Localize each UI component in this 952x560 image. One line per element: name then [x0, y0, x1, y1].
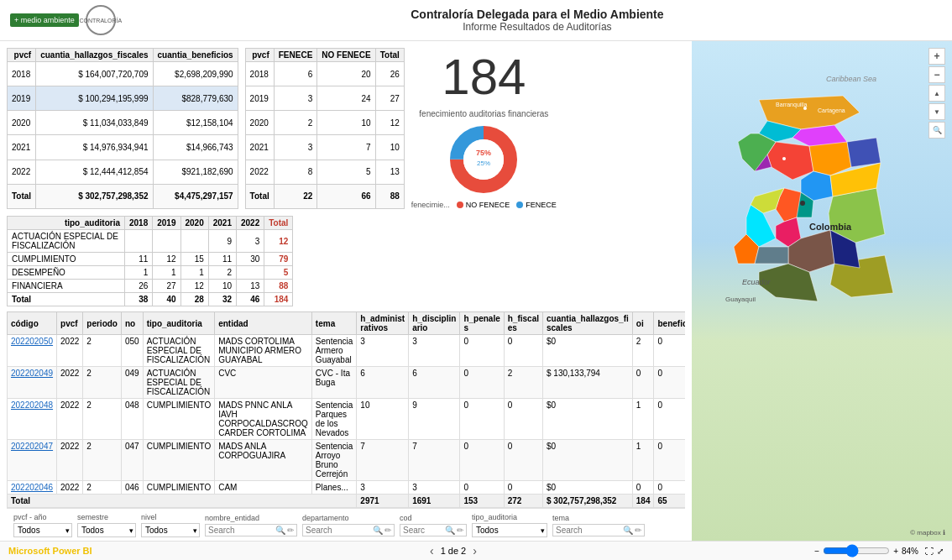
filter-bar: pvcf - año Todos20182019202020212022 sem… [7, 508, 685, 541]
donut-legend: fenecimie... NO FENECE FENECE [411, 201, 557, 209]
search-icon-tema[interactable]: 🔍 [623, 526, 633, 535]
filter-nombre-entidad-input-wrap[interactable]: 🔍 ✏ [205, 524, 297, 536]
fit-screen-icon[interactable]: ⛶ [925, 547, 934, 556]
page-info: 1 de 2 [441, 546, 467, 556]
fenece-row: Total226688 [245, 184, 404, 208]
clear-icon-tema[interactable]: ✏ [635, 526, 641, 535]
zoom-plus[interactable]: + [893, 547, 898, 556]
clear-icon-departamento[interactable]: ✏ [384, 526, 391, 535]
fullscreen-icon[interactable]: ⤢ [937, 547, 944, 556]
col-pvcf-h: pvcf [8, 49, 36, 62]
fenece-row: 201932427 [245, 86, 404, 111]
bottom-bar: Microsoft Power BI ‹ 1 de 2 › − + 84% ⛶ … [0, 541, 952, 560]
filter-tipo-auditoria-select[interactable]: Todos [472, 523, 547, 537]
filter-semestre-select[interactable]: Todos [77, 523, 136, 537]
filter-tema: tema 🔍 ✏ [552, 514, 645, 536]
svg-marker-24 [755, 247, 788, 264]
search-icon-entidad[interactable]: 🔍 [275, 526, 285, 535]
col-beneficios-h: cuantia_beneficios [153, 49, 238, 62]
fenece-row: 20228513 [245, 160, 404, 184]
zoom-minus[interactable]: − [814, 547, 819, 556]
total-hdis: 1691 [409, 495, 460, 508]
logo-text: + medio ambiente [14, 16, 75, 24]
svg-text:Colombia: Colombia [809, 222, 852, 232]
hallazgos-row: 2018$ 164,007,720,709$2,698,209,990 [8, 62, 238, 86]
total-cuantia: $ 302,757,298,352 [542, 495, 632, 508]
filter-nombre-entidad-input[interactable] [208, 526, 275, 535]
total-hadm: 2971 [357, 495, 409, 508]
table-row: 202202048 2022 2 048 CUMPLIMIENTO MADS P… [8, 399, 686, 440]
total-ben: 65 [654, 495, 685, 508]
data-table: código pvcf periodo no tipo_auditoria en… [7, 311, 685, 508]
zoom-slider[interactable] [823, 544, 890, 557]
search-icon-departamento[interactable]: 🔍 [373, 526, 383, 535]
col-no-fenece-h: NO FENECE [317, 49, 375, 62]
legend-fenece-label: FENECE [526, 201, 557, 209]
hallazgos-row: 2019$ 100,294,195,999$828,779,630 [8, 86, 238, 111]
clear-icon-entidad[interactable]: ✏ [287, 526, 294, 535]
map-south[interactable]: ▼ [928, 103, 945, 120]
filter-semestre: semestre Todos [77, 513, 136, 537]
svg-point-34 [800, 201, 805, 206]
fenece-row: 20213710 [245, 135, 404, 160]
pagination: ‹ 1 de 2 › [430, 544, 477, 557]
filter-departamento: departamento 🔍 ✏ [302, 514, 395, 536]
svg-text:Guayaquil: Guayaquil [725, 296, 756, 303]
filter-cod-input[interactable] [403, 526, 445, 535]
map-north[interactable]: ▲ [928, 85, 945, 102]
page-title-2: Informe Resultados de Auditorías [133, 21, 942, 33]
fenece-row: 201862026 [245, 62, 404, 86]
map-zoom-in[interactable]: + [928, 48, 945, 65]
col-total-at: Total [264, 217, 293, 230]
fenece-section: fenecimiento auditorias financieras 75% … [411, 109, 557, 209]
filter-cod-input-wrap[interactable]: 🔍 ✏ [400, 524, 467, 536]
th-entidad: entidad [215, 312, 312, 335]
filter-nivel-select[interactable]: Todos [141, 523, 200, 537]
filter-cod-label: cod [400, 514, 467, 522]
filter-tema-input-wrap[interactable]: 🔍 ✏ [552, 524, 645, 536]
th-codigo: código [8, 312, 57, 335]
filter-tema-input[interactable] [556, 526, 623, 535]
search-icon-cod[interactable]: 🔍 [445, 526, 455, 535]
filter-departamento-input[interactable] [306, 526, 373, 535]
map-zoom-out[interactable]: − [928, 66, 945, 83]
svg-marker-9 [767, 142, 813, 180]
colombia-svg: Caribbean Sea [692, 41, 927, 528]
logo-green: + medio ambiente [10, 13, 79, 27]
audit-type-table: tipo_auditoria 2018 2019 2020 2021 2022 … [7, 216, 293, 306]
filter-tipo-auditoria-wrapper[interactable]: Todos [472, 523, 547, 537]
table-row: 202202047 2022 2 047 CUMPLIMIENTO MADS A… [8, 440, 686, 481]
logo-circle: CONTRALORÍA [86, 5, 116, 35]
total-row: Total 2971 1691 153 272 $ 302,757,298,35… [8, 495, 686, 508]
fenece-dot [516, 201, 523, 208]
th-pvcf: pvcf [57, 312, 83, 335]
prev-page-button[interactable]: ‹ [430, 544, 434, 557]
svg-text:Ecuador: Ecuador [742, 278, 772, 286]
th-oi: oi [632, 312, 654, 335]
filter-nivel: nivel Todos [141, 513, 200, 537]
power-bi-link[interactable]: Microsoft Power BI [8, 546, 92, 556]
col-hallazgos-h: cuantia_hallazgos_fiscales [36, 49, 153, 62]
filter-nivel-wrapper[interactable]: Todos [141, 523, 200, 537]
filter-departamento-label: departamento [302, 514, 395, 522]
filter-pvcf-año-wrapper[interactable]: Todos20182019202020212022 [13, 523, 72, 537]
filter-semestre-label: semestre [77, 513, 136, 521]
filter-nombre-entidad-label: nombre_entidad [205, 514, 297, 522]
audit-type-row: DESEMPEÑO 1 1 1 2 5 [8, 266, 293, 280]
zoom-bar: − + 84% ⛶ ⤢ [814, 544, 944, 557]
col-2018: 2018 [125, 217, 153, 230]
filter-semestre-wrapper[interactable]: Todos [77, 523, 136, 537]
content-area: pvcf cuantia_hallazgos_fiscales cuantia_… [0, 41, 952, 541]
total-label: Total [8, 495, 357, 508]
clear-icon-cod[interactable]: ✏ [457, 526, 463, 535]
data-table-section: código pvcf periodo no tipo_auditoria en… [7, 311, 685, 508]
next-page-button[interactable]: › [473, 544, 477, 557]
th-tipo: tipo_auditoria [143, 312, 215, 335]
filter-pvcf-año-select[interactable]: Todos20182019202020212022 [13, 523, 72, 537]
table-row: 202202049 2022 2 049 ACTUACIÓN ESPECIAL … [8, 367, 686, 399]
svg-text:75%: 75% [476, 149, 491, 157]
audit-type-row: ACTUACIÓN ESPECIAL DE FISCALIZACIÓN 9 3 … [8, 230, 293, 253]
filter-departamento-input-wrap[interactable]: 🔍 ✏ [302, 524, 395, 536]
map-search[interactable]: 🔍 [928, 122, 945, 139]
th-hpen: h_penales [460, 312, 504, 335]
